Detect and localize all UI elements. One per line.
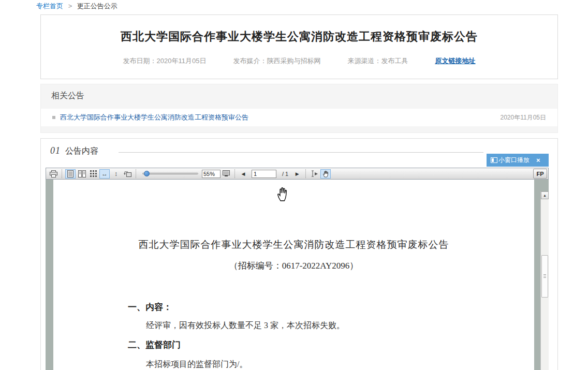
breadcrumb-current: 更正公告公示 — [77, 2, 117, 10]
page-number-input[interactable] — [252, 170, 276, 178]
original-link[interactable]: 原文链接地址 — [435, 56, 475, 66]
zoom-slider-knob[interactable] — [144, 171, 150, 176]
scrollbar-thumb-grip-icon — [543, 274, 546, 278]
scroll-up-icon: ▲ — [543, 194, 547, 197]
meta-publish-date: 发布日期：2020年11月05日 — [123, 56, 207, 66]
prev-page-icon: ◀ — [242, 171, 245, 176]
fit-height-icon[interactable]: ↕ — [111, 169, 121, 179]
page-title: 西北大学国际合作事业大楼学生公寓消防改造工程资格预审废标公告 — [41, 29, 557, 45]
next-page-icon: ▶ — [296, 171, 299, 176]
brand-button[interactable]: FP — [533, 169, 547, 179]
next-page-button[interactable]: ▶ — [292, 169, 302, 179]
meta-row: 发布日期：2020年11月05日 发布媒介：陕西采购与招标网 来源渠道：发布工具… — [41, 56, 557, 66]
meta-source-channel-value: 发布工具 — [381, 57, 408, 65]
pdf-document-title: 西北大学国际合作事业大楼学生公寓消防改造工程资格预审废标公告 — [53, 238, 534, 251]
meta-publish-medium: 发布媒介：陕西采购与招标网 — [233, 56, 320, 66]
hand-cursor-icon — [276, 186, 289, 204]
section-number: 01 — [50, 145, 61, 156]
list-item: 西北大学国际合作事业大楼学生公寓消防改造工程资格预审公告 2020年11月05日 — [41, 109, 557, 126]
toolbar-separator — [136, 169, 136, 178]
vertical-scrollbar[interactable]: ▲ — [540, 191, 549, 370]
pdf-viewer: ↔ ↕ ◀ / 1 ▶ FP 西北大学国际合作事业大楼学生公寓消防改造工程资格预… — [46, 168, 549, 370]
meta-publish-date-label: 发布日期： — [123, 57, 157, 65]
section-header: 01 公告内容 — [50, 145, 98, 157]
pdf-section-body: 经评审，因有效投标人数量不足 3 家，本次招标失败。 — [146, 320, 345, 331]
zoom-slider-track — [142, 173, 198, 174]
pdf-section-heading: 一、内容： — [128, 301, 172, 313]
pdf-toolbar: ↔ ↕ ◀ / 1 ▶ FP — [46, 168, 549, 180]
meta-source-channel-label: 来源渠道： — [347, 57, 381, 65]
section-divider — [119, 152, 483, 153]
pdf-section-heading: 二、监督部门 — [128, 339, 181, 351]
meta-publish-medium-label: 发布媒介： — [233, 57, 267, 65]
meta-publish-medium-value: 陕西采购与招标网 — [267, 57, 320, 65]
scrollbar-thumb[interactable] — [541, 255, 548, 298]
pdf-viewer-canvas[interactable]: 西北大学国际合作事业大楼学生公寓消防改造工程资格预审废标公告 （招标编号：061… — [46, 180, 549, 370]
pdf-page: 西北大学国际合作事业大楼学生公寓消防改造工程资格预审废标公告 （招标编号：061… — [53, 180, 534, 370]
scroll-up-button[interactable]: ▲ — [541, 191, 549, 199]
zoom-slider[interactable] — [142, 169, 198, 179]
hand-tool-button[interactable] — [320, 169, 331, 179]
print-button[interactable] — [48, 169, 58, 179]
toolbar-separator — [62, 169, 62, 178]
toolbar-separator — [234, 169, 235, 178]
breadcrumb-separator: > — [68, 2, 72, 10]
section-title: 公告内容 — [65, 146, 98, 157]
related-announcement-date: 2020年11月05日 — [501, 113, 547, 122]
rotate-view-button[interactable] — [122, 169, 133, 179]
zoom-percent-input[interactable] — [202, 170, 220, 178]
related-heading: 相关公告 — [51, 91, 84, 101]
pdf-bid-number: （招标编号：0617-2022AY2096） — [53, 260, 534, 272]
toolbar-separator — [305, 169, 306, 178]
fit-width-icon[interactable]: ↔ — [99, 169, 110, 179]
select-text-button[interactable] — [309, 169, 319, 179]
fullscreen-button[interactable] — [221, 169, 231, 179]
page-total-label: / 1 — [282, 171, 288, 177]
fit-height-glyph: ↕ — [114, 170, 117, 177]
thumbnail-view-button[interactable] — [88, 169, 98, 179]
two-page-view-button[interactable] — [77, 169, 87, 179]
fit-width-glyph: ↔ — [101, 170, 108, 177]
bullet-icon — [52, 116, 55, 119]
prev-page-button[interactable]: ◀ — [238, 169, 248, 179]
small-window-play-label: 小窗口播放 — [498, 156, 530, 165]
pdf-section-body: 本招标项目的监督部门为/。 — [146, 359, 247, 370]
related-announcements-card: 相关公告 西北大学国际合作事业大楼学生公寓消防改造工程资格预审公告 2020年1… — [40, 84, 558, 133]
announcement-header-card: 西北大学国际合作事业大楼学生公寓消防改造工程资格预审废标公告 发布日期：2020… — [40, 14, 558, 79]
breadcrumb: 专栏首页 > 更正公告公示 — [36, 2, 117, 11]
meta-source-channel: 来源渠道：发布工具 — [347, 56, 408, 66]
small-window-play-button[interactable]: 小窗口播放 × — [487, 154, 549, 167]
related-announcement-link[interactable]: 西北大学国际合作事业大楼学生公寓消防改造工程资格预审公告 — [60, 113, 248, 122]
window-icon — [491, 157, 497, 163]
close-icon[interactable]: × — [536, 157, 540, 164]
breadcrumb-home-link[interactable]: 专栏首页 — [36, 2, 63, 10]
single-page-view-button[interactable] — [65, 169, 76, 179]
meta-publish-date-value: 2020年11月05日 — [157, 57, 207, 65]
